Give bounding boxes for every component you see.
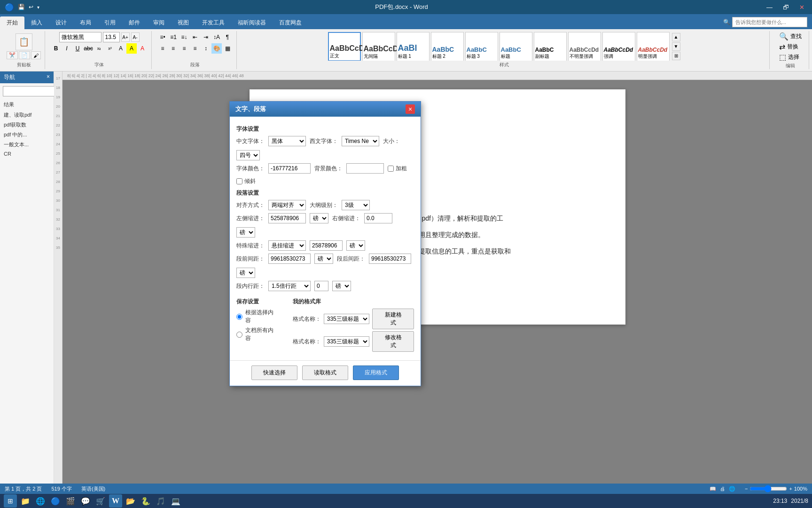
outline-select[interactable]: 3级 [342, 200, 370, 210]
save-settings-section: 保存设置 根据选择内容 文档所有内容 [236, 294, 279, 354]
western-font-select[interactable]: Times Ne [342, 136, 379, 146]
zoom-slider[interactable] [750, 485, 787, 492]
file-manager-icon: 📁 [21, 497, 30, 506]
before-space-input[interactable] [268, 254, 311, 264]
taskbar-taobao[interactable]: 🛒 [94, 494, 107, 508]
zoom-slider-area[interactable]: − + 100% [745, 485, 807, 492]
zoom-in-button[interactable]: + [789, 486, 792, 492]
pycharm-icon: 🐍 [141, 497, 150, 506]
save-option-selection[interactable] [236, 314, 242, 320]
status-view-modes: 📖 🖨 🌐 [710, 486, 735, 492]
status-word-count: 519 个字 [51, 485, 71, 492]
save-option-selection-label: 根据选择内容 [245, 309, 279, 325]
zoom-level: 100% [794, 486, 807, 492]
taskbar-folder[interactable]: 📂 [124, 494, 137, 508]
bg-color-label: 背景颜色： [314, 165, 343, 173]
taskbar-terminal[interactable]: 💻 [169, 494, 182, 508]
dialog-close-button[interactable]: × [406, 104, 415, 114]
chrome-icon: 🌐 [36, 497, 45, 506]
taskbar-pycharm[interactable]: 🐍 [139, 494, 152, 508]
style-name-label-1: 格式名称： [293, 315, 321, 323]
start-icon: ⊞ [8, 497, 13, 505]
taskbar-chromium[interactable]: 🔵 [49, 494, 62, 508]
taskbar-left: ⊞ 📁 🌐 🔵 🎬 💬 🛒 W 📂 🐍 🎵 [4, 494, 182, 508]
line-spacing-row: 段内行距： 1.5倍行距 磅 [236, 281, 414, 291]
word-icon: W [112, 497, 119, 505]
web-view-button[interactable]: 🌐 [729, 486, 735, 492]
western-font-label: 西文字体： [310, 137, 338, 145]
taskbar-date: 2021/8 [791, 498, 808, 504]
apply-format-button[interactable]: 应用格式 [353, 365, 399, 380]
font-color-label: 字体颜色： [236, 165, 265, 173]
vlc-icon: 🎬 [66, 497, 75, 506]
special-indent-select[interactable]: 悬挂缩进 [268, 240, 306, 251]
chinese-font-select[interactable]: 黑体 [268, 136, 306, 146]
line-space-label: 段内行距： [236, 282, 265, 290]
my-styles-header: 我的格式库 [293, 298, 414, 306]
wechat-icon: 💬 [81, 497, 90, 506]
right-indent-input[interactable] [364, 213, 392, 223]
after-space-unit[interactable]: 磅 [236, 268, 255, 278]
right-indent-unit[interactable]: 磅 [236, 227, 255, 238]
taskbar-vlc[interactable]: 🎬 [64, 494, 77, 508]
para-align-row: 对齐方式： 两端对齐 大纲级别： 3级 [236, 200, 414, 210]
status-bar: 第 1 页，共 2 页 519 个字 英语(美国) 📖 🖨 🌐 − + 100% [0, 484, 812, 494]
left-indent-unit[interactable]: 磅 [310, 213, 328, 223]
special-indent-label: 特殊缩进： [236, 242, 265, 250]
after-space-input[interactable] [369, 254, 411, 264]
taskbar-time: 23:13 [773, 498, 787, 504]
left-indent-label: 左侧缩进： [236, 214, 265, 222]
bold-checkbox[interactable] [388, 166, 394, 172]
modify-style-button[interactable]: 修改格式 [372, 331, 414, 352]
style-name-select-1[interactable]: 335三级标题 [324, 314, 370, 324]
taskbar-word[interactable]: W [109, 494, 122, 508]
font-size-select[interactable]: 四号 [236, 150, 260, 160]
quick-select-button[interactable]: 快速选择 [251, 365, 297, 380]
special-indent-unit[interactable]: 磅 [346, 240, 365, 251]
bg-color-input[interactable] [346, 163, 384, 174]
save-option-all-label: 文档所有内容 [245, 326, 279, 342]
dialog-title-bar: 文字、段落 × [230, 102, 421, 117]
taskbar-start-button[interactable]: ⊞ [4, 494, 17, 508]
dialog-title-text: 文字、段落 [235, 105, 266, 113]
font-settings-row1: 中文字体： 黑体 西文字体： Times Ne 大小： 四号 [236, 136, 414, 160]
read-view-button[interactable]: 📖 [710, 486, 716, 492]
before-space-unit[interactable]: 磅 [314, 254, 333, 264]
special-indent-amount[interactable] [310, 240, 343, 251]
para-settings-header: 段落设置 [236, 189, 414, 197]
read-format-button[interactable]: 读取格式 [302, 365, 348, 380]
font-paragraph-dialog: 文字、段落 × 字体设置 中文字体： 黑体 西文字体： Times Ne 大小：… [229, 101, 421, 386]
dialog-overlay: 文字、段落 × 字体设置 中文字体： 黑体 西文字体： Times Ne 大小：… [0, 0, 812, 484]
line-space-unit[interactable]: 磅 [332, 281, 351, 291]
chinese-font-label: 中文字体： [236, 137, 265, 145]
folder-icon: 📂 [126, 497, 135, 506]
zoom-out-button[interactable]: − [745, 486, 748, 492]
before-space-label: 段前间距： [236, 255, 265, 263]
new-style-button[interactable]: 新建格式 [372, 309, 414, 329]
font-color-input[interactable] [268, 163, 311, 174]
spacing-row1: 段前间距： 磅 段后间距： 磅 [236, 254, 414, 278]
taskbar-right: 23:13 2021/8 [773, 498, 808, 504]
font-settings-header: 字体设置 [236, 125, 414, 133]
italic-label: 倾斜 [244, 177, 256, 185]
taskbar-wechat[interactable]: 💬 [79, 494, 92, 508]
taskbar-chrome[interactable]: 🌐 [34, 494, 47, 508]
terminal-icon: 💻 [171, 497, 180, 506]
my-styles-section: 我的格式库 格式名称： 335三级标题 新建格式 格式名称： 335三级标题 [293, 294, 414, 354]
italic-checkbox[interactable] [236, 178, 242, 184]
line-space-select[interactable]: 1.5倍行距 [268, 281, 311, 291]
save-settings-header: 保存设置 [236, 298, 279, 306]
align-label: 对齐方式： [236, 201, 265, 209]
outline-label: 大纲级别： [310, 201, 338, 209]
print-view-button[interactable]: 🖨 [720, 486, 725, 492]
style-name-label-2: 格式名称： [293, 338, 321, 346]
align-select[interactable]: 两端对齐 [268, 200, 306, 210]
font-settings-row2: 字体颜色： 背景颜色： 加粗 倾斜 [236, 163, 414, 185]
save-option-all[interactable] [236, 332, 242, 338]
style-name-select-2[interactable]: 335三级标题 [324, 336, 370, 347]
left-indent-input[interactable] [268, 213, 306, 223]
dialog-body: 字体设置 中文字体： 黑体 西文字体： Times Ne 大小： 四号 字体颜色… [230, 117, 421, 358]
taskbar-music[interactable]: 🎵 [154, 494, 167, 508]
taskbar-file-manager[interactable]: 📁 [19, 494, 32, 508]
line-space-amount[interactable] [314, 281, 328, 291]
